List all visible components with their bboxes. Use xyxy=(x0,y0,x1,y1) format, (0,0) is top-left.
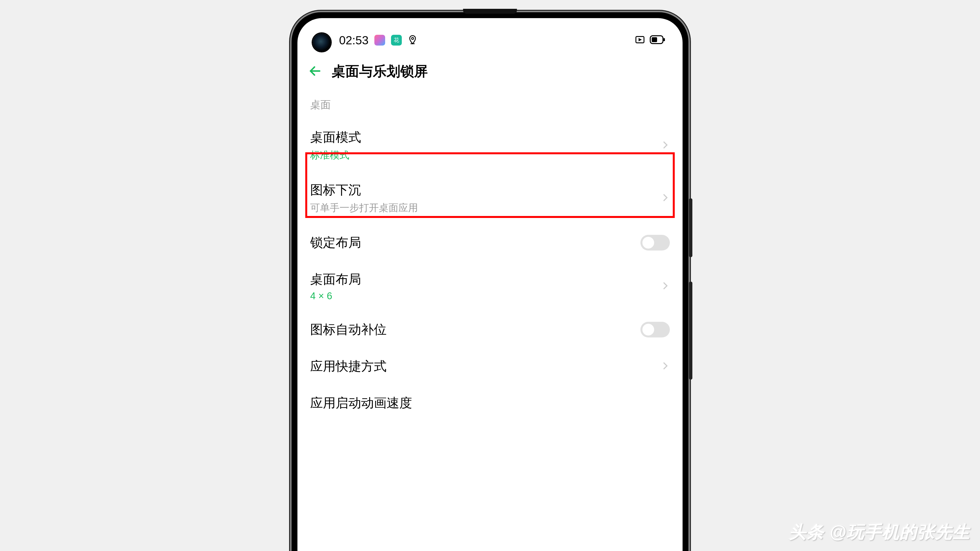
battery-icon xyxy=(650,35,665,46)
watermark-text: 头条 @玩手机的张先生 xyxy=(789,521,970,544)
screencast-icon xyxy=(635,34,645,46)
chevron-right-icon xyxy=(661,141,670,150)
item-title: 应用快捷方式 xyxy=(310,358,387,375)
toggle-icon-autofill[interactable] xyxy=(640,322,670,337)
side-button-power xyxy=(689,198,692,257)
item-title: 桌面模式 xyxy=(310,129,361,146)
toggle-lock-layout[interactable] xyxy=(640,235,670,251)
side-button-volume xyxy=(689,282,692,380)
status-clock: 02:53 xyxy=(339,33,369,47)
chevron-right-icon xyxy=(661,362,670,371)
svg-marker-3 xyxy=(639,39,641,40)
back-arrow-icon[interactable] xyxy=(308,64,322,79)
camera-hole xyxy=(313,33,331,51)
item-subtitle: 标准模式 xyxy=(310,148,361,162)
status-app-icon-1 xyxy=(374,35,385,46)
status-right xyxy=(635,34,665,46)
item-app-shortcut[interactable]: 应用快捷方式 xyxy=(298,348,682,385)
section-header-desktop: 桌面 xyxy=(298,93,682,119)
item-title: 图标自动补位 xyxy=(310,321,387,338)
toggle-knob xyxy=(643,324,654,335)
svg-rect-6 xyxy=(663,38,665,41)
item-desktop-layout[interactable]: 桌面布局 4 × 6 xyxy=(298,261,682,311)
chevron-right-icon xyxy=(661,281,670,291)
chevron-right-icon xyxy=(661,193,670,203)
toggle-knob xyxy=(643,237,654,249)
item-icon-sink[interactable]: 图标下沉 可单手一步打开桌面应用 xyxy=(298,171,682,224)
svg-rect-5 xyxy=(652,37,657,42)
phone-screen: 02:53 花 xyxy=(298,18,682,551)
item-title: 图标下沉 xyxy=(310,181,418,198)
page-title: 桌面与乐划锁屏 xyxy=(332,62,428,81)
status-bar: 02:53 花 xyxy=(298,18,682,52)
item-app-anim-speed[interactable]: 应用启动动画速度 xyxy=(298,385,682,421)
status-app-icon-2: 花 xyxy=(391,35,402,46)
item-subtitle: 可单手一步打开桌面应用 xyxy=(310,201,418,214)
item-subtitle: 4 × 6 xyxy=(310,291,361,302)
item-icon-autofill[interactable]: 图标自动补位 xyxy=(298,311,682,348)
status-left: 02:53 花 xyxy=(339,33,417,47)
item-lock-layout[interactable]: 锁定布局 xyxy=(298,224,682,261)
speaker-slot xyxy=(463,9,517,14)
item-title: 锁定布局 xyxy=(310,234,361,251)
svg-point-0 xyxy=(412,38,414,40)
nav-bar: 桌面与乐划锁屏 xyxy=(298,52,682,93)
item-title: 应用启动动画速度 xyxy=(310,394,412,412)
item-title: 桌面布局 xyxy=(310,271,361,288)
item-desktop-mode[interactable]: 桌面模式 标准模式 xyxy=(298,119,682,171)
phone-frame: 02:53 花 xyxy=(291,12,689,551)
location-icon xyxy=(408,35,417,46)
